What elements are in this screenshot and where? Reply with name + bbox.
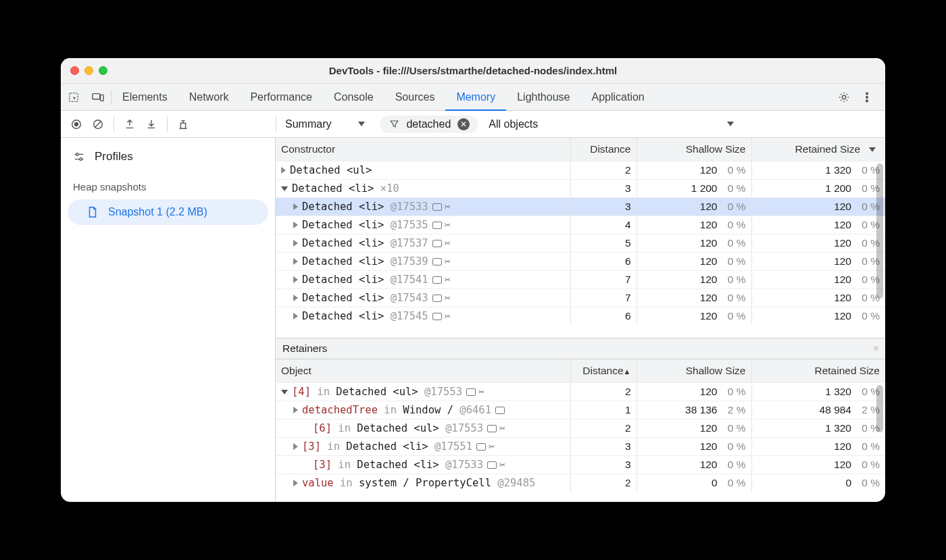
scope-selector[interactable]: All objects [484, 116, 742, 133]
reveal-icon[interactable] [432, 276, 442, 284]
scissors-icon[interactable]: ✂ [445, 293, 451, 303]
sliders-icon [73, 151, 85, 163]
inspect-element-icon[interactable] [68, 91, 80, 103]
constructors-table: Constructor Distance Shallow Size Retain… [276, 138, 885, 325]
scrollbar[interactable] [876, 385, 883, 432]
retainers-table-wrap: Object Distance▲ Shallow Size Retained S… [276, 359, 885, 502]
reveal-icon[interactable] [476, 443, 486, 451]
tab-elements[interactable]: Elements [111, 84, 178, 111]
filter-value: detached [406, 118, 451, 130]
reveal-icon[interactable] [495, 407, 505, 414]
reveal-icon[interactable] [466, 388, 476, 396]
col-shallow-size[interactable]: Shallow Size [637, 138, 751, 161]
col-shallow-size[interactable]: Shallow Size [637, 359, 751, 382]
main-tabs: ElementsNetworkPerformanceConsoleSources… [61, 84, 885, 111]
reveal-icon[interactable] [432, 222, 442, 229]
svg-point-11 [76, 153, 79, 156]
upload-icon[interactable] [124, 118, 136, 130]
retainers-header[interactable]: Retainers ≡ [276, 338, 885, 359]
tab-memory[interactable]: Memory [445, 84, 506, 111]
svg-point-8 [74, 122, 78, 126]
table-row[interactable]: [4] in Detached <ul> @17553✂21200 %1 320… [276, 382, 885, 401]
table-row[interactable]: Detached <li> @17535✂41200 %1200 % [276, 215, 885, 234]
tab-sources[interactable]: Sources [384, 84, 446, 111]
drag-handle-icon[interactable]: ≡ [873, 347, 880, 351]
view-selector[interactable]: Summary [281, 116, 373, 133]
table-row[interactable]: [6] in Detached <ul> @17553✂21200 %1 320… [276, 419, 885, 437]
view-selector-label: Summary [285, 118, 331, 130]
scissors-icon[interactable]: ✂ [478, 387, 484, 397]
col-retained-size[interactable]: Retained Size [751, 359, 885, 382]
sidebar-item-snapshot[interactable]: Snapshot 1 (2.2 MB) [68, 199, 268, 225]
reveal-icon[interactable] [432, 258, 442, 265]
scope-selector-label: All objects [489, 118, 538, 130]
table-row[interactable]: Detached <li> @17537✂51200 %1200 % [276, 234, 885, 252]
svg-point-6 [866, 100, 868, 102]
scissors-icon[interactable]: ✂ [489, 442, 495, 452]
table-row[interactable]: Detached <li> @17543✂71200 %1200 % [276, 288, 885, 307]
clear-filter-button[interactable]: ✕ [457, 118, 470, 130]
body: Profiles Heap snapshots Snapshot 1 (2.2 … [61, 138, 885, 502]
table-row[interactable]: Detached <li> @17533✂31200 %1200 % [276, 197, 885, 215]
table-row[interactable]: value in system / PropertyCell @29485200… [276, 474, 885, 492]
scissors-icon[interactable]: ✂ [445, 238, 451, 249]
svg-rect-2 [101, 95, 104, 101]
filter-icon [389, 119, 399, 129]
table-row[interactable]: [3] in Detached <li> @17533✂31200 %1200 … [276, 455, 885, 474]
col-object[interactable]: Object [276, 359, 570, 382]
table-row[interactable]: Detached <li> @17545✂61200 %1200 % [276, 307, 885, 325]
table-row[interactable]: detachedTree in Window / @6461138 1362 %… [276, 401, 885, 419]
tab-console[interactable]: Console [323, 84, 384, 111]
minimize-window-button[interactable] [84, 66, 93, 75]
retainers-table: Object Distance▲ Shallow Size Retained S… [276, 359, 885, 492]
reveal-icon[interactable] [432, 295, 442, 302]
class-filter-pill[interactable]: detached ✕ [380, 116, 478, 133]
clear-icon[interactable] [92, 118, 104, 130]
device-toolbar-icon[interactable] [92, 91, 104, 103]
scissors-icon[interactable]: ✂ [445, 275, 451, 285]
reveal-icon[interactable] [432, 313, 442, 320]
sidebar-profiles[interactable]: Profiles [61, 142, 275, 172]
table-row[interactable]: Detached <li> @17539✂61200 %1200 % [276, 252, 885, 270]
devtools-window: DevTools - file:///Users/stmarthe/detach… [61, 58, 885, 502]
scissors-icon[interactable]: ✂ [445, 202, 451, 212]
col-distance[interactable]: Distance▲ [570, 359, 637, 382]
table-row[interactable]: [3] in Detached <li> @17551✂31200 %1200 … [276, 437, 885, 455]
window-title: DevTools - file:///Users/stmarthe/detach… [61, 65, 885, 76]
tab-performance[interactable]: Performance [239, 84, 323, 111]
zoom-window-button[interactable] [99, 66, 107, 75]
col-constructor[interactable]: Constructor [276, 138, 570, 161]
traffic-lights [61, 66, 107, 75]
file-icon [86, 206, 99, 218]
svg-point-4 [866, 93, 868, 95]
scissors-icon[interactable]: ✂ [445, 311, 451, 322]
garbage-collect-icon[interactable] [177, 118, 189, 130]
separator [114, 117, 114, 132]
scissors-icon[interactable]: ✂ [445, 257, 451, 267]
tab-application[interactable]: Application [580, 84, 655, 111]
reveal-icon[interactable] [487, 425, 497, 432]
table-row[interactable]: Detached <ul>21200 %1 3200 % [276, 161, 885, 179]
scissors-icon[interactable]: ✂ [445, 220, 451, 230]
close-window-button[interactable] [70, 66, 79, 75]
memory-toolbar: Summary detached ✕ All objects [61, 111, 885, 138]
record-icon[interactable] [70, 118, 82, 130]
gear-icon[interactable] [838, 91, 850, 103]
table-row[interactable]: Detached <li> @17541✂71200 %1200 % [276, 270, 885, 288]
scissors-icon[interactable]: ✂ [499, 424, 505, 434]
tab-lighthouse[interactable]: Lighthouse [506, 84, 580, 111]
reveal-icon[interactable] [487, 461, 497, 469]
svg-point-3 [842, 95, 845, 99]
download-icon[interactable] [145, 118, 157, 130]
reveal-icon[interactable] [432, 240, 442, 247]
col-retained-size[interactable]: Retained Size [751, 138, 885, 161]
sidebar-snapshot-label: Snapshot 1 (2.2 MB) [108, 206, 207, 218]
table-row[interactable]: Detached <li> ×1031 2000 %1 2000 % [276, 179, 885, 197]
main-panel: Constructor Distance Shallow Size Retain… [276, 138, 885, 502]
scrollbar[interactable] [876, 163, 883, 299]
col-distance[interactable]: Distance [570, 138, 637, 161]
kebab-menu-icon[interactable] [861, 91, 873, 103]
scissors-icon[interactable]: ✂ [499, 460, 505, 470]
reveal-icon[interactable] [432, 203, 442, 211]
tab-network[interactable]: Network [178, 84, 240, 111]
